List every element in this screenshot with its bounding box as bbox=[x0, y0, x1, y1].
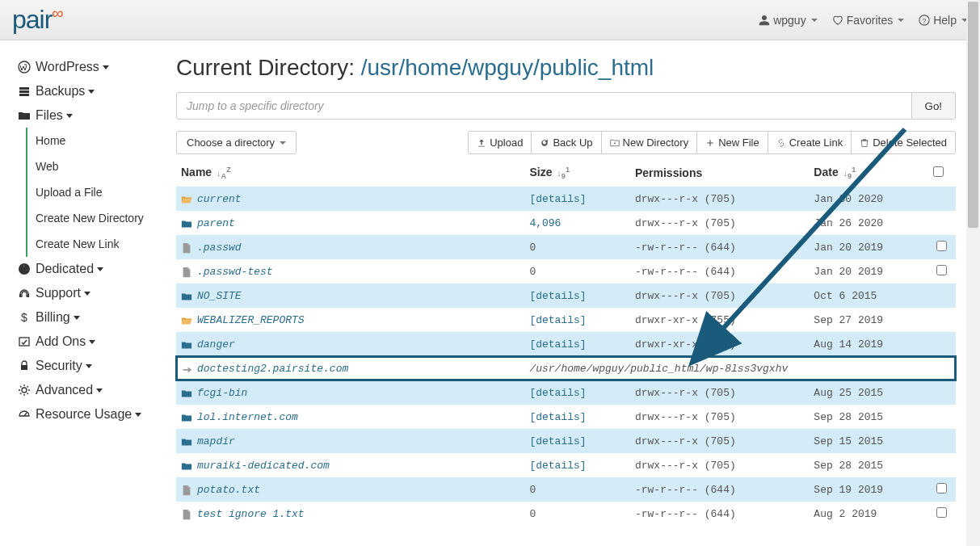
sidebar-item-add-ons[interactable]: Add Ons bbox=[18, 330, 162, 354]
table-row[interactable]: fcgi-bin[details]drwx---r-x (705)Aug 25 … bbox=[176, 380, 956, 405]
row-checkbox[interactable] bbox=[936, 483, 947, 494]
favorites-label: Favorites bbox=[847, 14, 894, 27]
upload-icon bbox=[477, 138, 486, 148]
file-name[interactable]: test ignore 1.txt bbox=[197, 508, 305, 520]
file-permissions: drwx---r-x (705) bbox=[635, 411, 736, 423]
sidebar-item-resource-usage[interactable]: Resource Usage bbox=[18, 402, 162, 426]
table-row[interactable]: test ignore 1.txt0-rw-r--r-- (644)Aug 2 … bbox=[176, 502, 956, 526]
file-name[interactable]: current bbox=[197, 193, 242, 205]
backup-button[interactable]: Back Up bbox=[531, 131, 601, 154]
sidebar-item-support[interactable]: Support bbox=[18, 281, 162, 305]
row-checkbox[interactable] bbox=[936, 241, 947, 251]
scrollbar[interactable] bbox=[966, 0, 980, 546]
create-link-button[interactable]: Create Link bbox=[768, 131, 852, 154]
table-row[interactable]: WEBALIZER_REPORTS[details]drwxr-xr-x (75… bbox=[176, 308, 956, 332]
file-name[interactable]: potato.txt bbox=[197, 484, 260, 496]
caret-icon bbox=[96, 388, 103, 393]
logo-infinity-icon: ∞ bbox=[52, 4, 63, 23]
table-row[interactable]: parent4,096drwx---r-x (705)Jan 26 2020 bbox=[176, 211, 956, 235]
upload-button[interactable]: Upload bbox=[468, 131, 532, 154]
table-row[interactable]: .passwd0-rw-r--r-- (644)Jan 20 2019 bbox=[176, 235, 956, 259]
file-size: 0 bbox=[529, 242, 536, 254]
scrollbar-thumb[interactable] bbox=[968, 2, 978, 228]
table-row[interactable]: potato.txt0-rw-r--r-- (644)Sep 19 2019 bbox=[176, 477, 956, 502]
row-checkbox[interactable] bbox=[936, 507, 947, 518]
details-link[interactable]: [details] bbox=[529, 193, 586, 205]
file-date: Jan 20 2019 bbox=[814, 266, 883, 278]
main-content: Current Directory: /usr/home/wpguy/publi… bbox=[162, 40, 980, 546]
file-date: Oct 6 2015 bbox=[814, 290, 877, 302]
sidebar-item-advanced[interactable]: Advanced bbox=[18, 378, 162, 402]
details-link[interactable]: [details] bbox=[529, 411, 586, 423]
svg-point-11 bbox=[22, 388, 27, 393]
details-link[interactable]: [details] bbox=[529, 314, 586, 326]
sidebar-subitem-web[interactable]: Web bbox=[27, 153, 162, 179]
caret-icon bbox=[88, 90, 95, 94]
table-row[interactable]: NO_SITE[details]drwx---r-x (705)Oct 6 20… bbox=[176, 284, 956, 308]
table-row[interactable]: mapdir[details]drwx---r-x (705)Sep 15 20… bbox=[176, 429, 956, 453]
file-date: Jan 20 2019 bbox=[814, 242, 883, 254]
column-permissions[interactable]: Permissions bbox=[630, 159, 809, 187]
heart-icon bbox=[832, 15, 843, 26]
file-name[interactable]: mapdir bbox=[197, 435, 235, 447]
file-permissions: drwxr-xr-x (755) bbox=[635, 338, 736, 351]
table-row[interactable]: doctesting2.pairsite.com/usr/home/wpguy/… bbox=[176, 356, 956, 380]
details-link[interactable]: [details] bbox=[529, 460, 586, 472]
file-name[interactable]: .passwd bbox=[197, 242, 242, 254]
table-row[interactable]: muraiki-dedicated.com[details]drwx---r-x… bbox=[176, 453, 956, 477]
details-link[interactable]: [details] bbox=[529, 290, 586, 302]
help-menu[interactable]: ? Help bbox=[919, 14, 968, 27]
column-select-all[interactable] bbox=[928, 159, 956, 187]
column-date[interactable]: Date ↓91 bbox=[809, 159, 928, 187]
sidebar-item-security[interactable]: Security bbox=[18, 354, 162, 378]
file-permissions: -rw-r--r-- (644) bbox=[635, 266, 736, 278]
table-row[interactable]: lol.internet.com[details]drwx---r-x (705… bbox=[176, 405, 956, 429]
file-name[interactable]: NO_SITE bbox=[197, 290, 242, 302]
column-size[interactable]: Size ↓91 bbox=[524, 159, 630, 187]
caret-icon bbox=[86, 364, 92, 368]
new-directory-button[interactable]: New Directory bbox=[601, 131, 698, 154]
file-name[interactable]: muraiki-dedicated.com bbox=[197, 460, 330, 472]
file-name[interactable]: WEBALIZER_REPORTS bbox=[197, 314, 305, 326]
file-name[interactable]: doctesting2.pairsite.com bbox=[197, 363, 348, 375]
file-date: Jan 30 2020 bbox=[814, 193, 883, 205]
user-menu[interactable]: wpguy bbox=[759, 14, 817, 27]
jump-directory-input[interactable] bbox=[176, 92, 912, 120]
go-button[interactable]: Go! bbox=[912, 92, 956, 120]
sidebar-subitem-upload-a-file[interactable]: Upload a File bbox=[27, 179, 162, 205]
table-row[interactable]: .passwd-test0-rw-r--r-- (644)Jan 20 2019 bbox=[176, 259, 956, 284]
new-file-button[interactable]: New File bbox=[696, 131, 768, 154]
file-permissions: drwx---r-x (705) bbox=[635, 460, 736, 472]
file-date: Aug 2 2019 bbox=[814, 508, 877, 520]
file-name[interactable]: .passwd-test bbox=[197, 266, 273, 278]
select-all-checkbox[interactable] bbox=[933, 166, 944, 177]
file-name[interactable]: parent bbox=[197, 217, 235, 229]
details-link[interactable]: 4,096 bbox=[529, 217, 561, 229]
sidebar-item-backups[interactable]: Backups bbox=[18, 79, 162, 103]
sidebar-subitem-create-new-link[interactable]: Create New Link bbox=[27, 231, 162, 257]
sidebar-subitem-create-new-directory[interactable]: Create New Directory bbox=[27, 205, 162, 231]
file-name[interactable]: danger bbox=[197, 338, 235, 351]
sidebar-item-files[interactable]: Files bbox=[18, 103, 162, 128]
sidebar-item-dedicated[interactable]: Dedicated bbox=[18, 257, 162, 281]
svg-rect-5 bbox=[19, 94, 29, 96]
sidebar-item-billing[interactable]: $Billing bbox=[18, 305, 162, 330]
sidebar-subitem-home[interactable]: Home bbox=[27, 128, 162, 153]
row-checkbox[interactable] bbox=[936, 265, 947, 275]
choose-directory-button[interactable]: Choose a directory bbox=[176, 131, 297, 154]
details-link[interactable]: [details] bbox=[529, 338, 586, 351]
column-name[interactable]: Name ↓AZ bbox=[176, 159, 524, 187]
details-link[interactable]: [details] bbox=[529, 387, 586, 399]
table-row[interactable]: danger[details]drwxr-xr-x (755)Aug 14 20… bbox=[176, 332, 956, 356]
caret-icon bbox=[84, 292, 90, 296]
table-row[interactable]: current[details]drwx---r-x (705)Jan 30 2… bbox=[176, 187, 956, 211]
favorites-menu[interactable]: Favorites bbox=[832, 14, 905, 27]
svg-rect-4 bbox=[19, 90, 29, 93]
file-name[interactable]: fcgi-bin bbox=[197, 387, 247, 399]
details-link[interactable]: [details] bbox=[529, 435, 586, 447]
delete-selected-button[interactable]: Delete Selected bbox=[851, 131, 956, 154]
sidebar-item-wordpress[interactable]: WordPress bbox=[18, 55, 162, 79]
file-name[interactable]: lol.internet.com bbox=[197, 411, 298, 423]
logo[interactable]: pair ∞ bbox=[12, 5, 64, 35]
top-bar: pair ∞ wpguy Favorites ? Help bbox=[0, 0, 980, 40]
